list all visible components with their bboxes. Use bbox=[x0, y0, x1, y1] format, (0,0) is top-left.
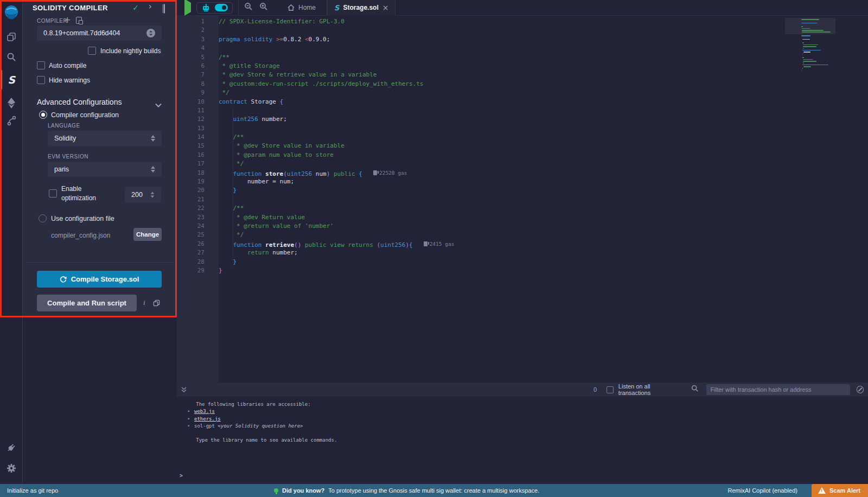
code-editor[interactable]: 1234567891011121314151617181920212223242… bbox=[177, 16, 868, 383]
file-explorer-icon[interactable] bbox=[0, 28, 23, 46]
evm-version-select[interactable]: paris bbox=[48, 162, 162, 177]
line-number: 16 bbox=[177, 151, 205, 160]
enable-optimization-checkbox[interactable] bbox=[49, 189, 57, 197]
advanced-configurations-title[interactable]: Advanced Configurations bbox=[37, 98, 122, 106]
copilot-toggle[interactable] bbox=[215, 4, 228, 11]
solidity-compiler-icon[interactable]: S bbox=[0, 71, 23, 89]
search-icon[interactable] bbox=[0, 48, 23, 66]
panel-title: SOLIDITY COMPILER bbox=[33, 4, 108, 12]
pin-panel-icon[interactable] bbox=[164, 5, 165, 12]
terminal-link[interactable]: ethers.js bbox=[194, 416, 221, 422]
hide-warnings-label: Hide warnings bbox=[49, 77, 90, 84]
optimization-runs-input[interactable]: 200 bbox=[125, 187, 161, 203]
git-init-status[interactable]: Initialize as git repo bbox=[7, 484, 58, 497]
clear-console-icon[interactable] bbox=[857, 386, 864, 393]
minimap[interactable] bbox=[801, 18, 834, 71]
gas-pump-icon bbox=[373, 170, 377, 175]
zoom-out-icon[interactable] bbox=[244, 2, 253, 13]
line-number: 4 bbox=[177, 44, 205, 53]
terminal-line: Type the library name to see available c… bbox=[187, 437, 868, 444]
gas-estimate-badge: 22520 gas bbox=[373, 169, 407, 177]
solidity-file-icon: S bbox=[334, 4, 339, 12]
listen-all-transactions-checkbox[interactable] bbox=[607, 386, 614, 393]
compile-success-check-icon: ✓ bbox=[132, 4, 139, 11]
line-number: 25 bbox=[177, 231, 205, 239]
compiler-version-select[interactable]: 0.8.19+commit.7dd6d404 bbox=[37, 26, 162, 41]
tab-home[interactable]: Home bbox=[281, 0, 322, 16]
evm-version-label: EVM VERSION bbox=[48, 154, 88, 160]
bullet: • bbox=[187, 416, 194, 423]
include-nightly-checkbox[interactable] bbox=[88, 47, 96, 55]
config-file-name: compiler_config.json bbox=[51, 232, 110, 239]
remix-logo[interactable] bbox=[0, 3, 23, 22]
code-line: // SPDX-License-Identifier: GPL-3.0 bbox=[219, 17, 781, 26]
gas-pump-icon bbox=[424, 241, 427, 246]
compiler-configuration-radio[interactable] bbox=[39, 111, 47, 119]
language-value: Solidity bbox=[54, 135, 76, 142]
status-bar: Initialize as git repo Did you know? To … bbox=[0, 484, 868, 497]
scam-alert-badge[interactable]: Scam Alert bbox=[812, 484, 868, 497]
line-number: 27 bbox=[177, 248, 205, 257]
bullet: • bbox=[187, 408, 194, 415]
copilot-status[interactable]: RemixAI Copilot (enabled) bbox=[728, 487, 797, 494]
open-file-icon[interactable] bbox=[76, 16, 82, 26]
code-line bbox=[219, 44, 781, 53]
code-line bbox=[219, 124, 781, 133]
compile-and-run-button[interactable]: Compile and Run script bbox=[37, 295, 137, 311]
code-line bbox=[219, 106, 781, 115]
plugin-manager-icon[interactable] bbox=[0, 438, 23, 457]
solidity-compiler-panel: SOLIDITY COMPILER ✓ › COMPILER + 0.8.19+… bbox=[23, 0, 177, 317]
copy-icon[interactable] bbox=[153, 299, 160, 309]
enable-optimization-label-1: Enable bbox=[61, 185, 81, 193]
tab-close-icon[interactable]: × bbox=[382, 3, 389, 12]
code-line: return number; bbox=[219, 248, 781, 257]
line-number: 24 bbox=[177, 222, 205, 231]
code-line: */ bbox=[219, 231, 781, 239]
evm-version-value: paris bbox=[54, 165, 69, 173]
info-icon[interactable]: i bbox=[143, 298, 145, 307]
auto-compile-label: Auto compile bbox=[49, 62, 86, 69]
terminal-prompt[interactable]: > bbox=[180, 473, 183, 479]
tab-storage-sol[interactable]: S Storage.sol × bbox=[327, 0, 395, 16]
icon-rail: S bbox=[0, 0, 23, 484]
publish-chevron-icon[interactable]: › bbox=[149, 2, 152, 11]
collapse-terminal-icon[interactable] bbox=[181, 386, 187, 393]
compile-button[interactable]: Compile Storage.sol bbox=[37, 271, 162, 288]
auto-compile-checkbox[interactable] bbox=[37, 61, 45, 69]
listen-all-transactions-label: Listen on all transactions bbox=[618, 383, 682, 396]
git-icon[interactable] bbox=[0, 111, 23, 130]
tip-text: To prototype using the Gnosis safe multi… bbox=[328, 487, 539, 494]
terminal-search-icon[interactable] bbox=[691, 385, 699, 394]
language-label: LANGUAGE bbox=[48, 123, 80, 129]
deploy-run-icon[interactable] bbox=[0, 94, 23, 112]
transaction-filter-input[interactable] bbox=[706, 384, 850, 395]
run-script-button[interactable] bbox=[184, 3, 191, 12]
terminal-link[interactable]: web3.js bbox=[194, 409, 215, 414]
zoom-in-icon[interactable] bbox=[259, 2, 268, 13]
settings-gear-icon[interactable] bbox=[0, 459, 23, 477]
code-line bbox=[219, 26, 781, 35]
line-number: 12 bbox=[177, 115, 205, 124]
change-config-button[interactable]: Change bbox=[133, 228, 162, 241]
advanced-chevron-down-icon[interactable] bbox=[155, 100, 162, 110]
use-configuration-file-radio[interactable] bbox=[39, 214, 47, 222]
line-number: 14 bbox=[177, 133, 205, 142]
line-number: 2 bbox=[177, 26, 205, 35]
code-line: * @dev Store value in variable bbox=[219, 142, 781, 150]
home-icon bbox=[288, 4, 295, 11]
code-line: contract Storage { bbox=[219, 98, 781, 106]
tab-home-label: Home bbox=[298, 4, 316, 11]
hide-warnings-checkbox[interactable] bbox=[37, 76, 45, 84]
copilot-robot-icon[interactable] bbox=[201, 4, 210, 12]
statusbar-right: RemixAI Copilot (enabled) Scam Alert bbox=[728, 484, 868, 497]
language-select[interactable]: Solidity bbox=[48, 131, 162, 146]
line-number: 21 bbox=[177, 195, 205, 204]
line-number: 23 bbox=[177, 213, 205, 222]
line-number: 15 bbox=[177, 142, 205, 150]
code-line: /** bbox=[219, 133, 781, 142]
code-line: * @return value of 'number' bbox=[219, 222, 781, 231]
code-line: function retrieve() public view returns … bbox=[219, 240, 781, 248]
did-you-know-tip: Did you know? To prototype using the Gno… bbox=[274, 484, 539, 497]
code-line: */ bbox=[219, 88, 781, 97]
add-compiler-icon[interactable]: + bbox=[64, 15, 71, 25]
